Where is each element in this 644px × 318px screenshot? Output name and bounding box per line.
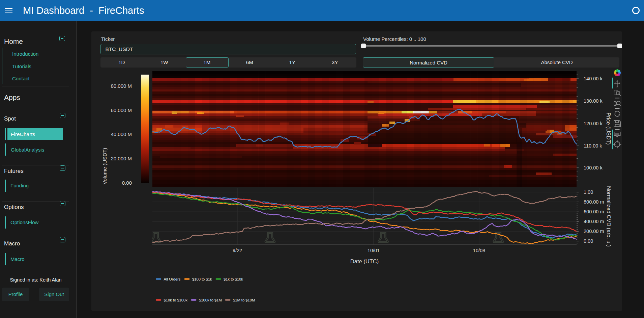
svg-text:20.000 M: 20.000 M	[111, 156, 132, 161]
svg-text:Price (USDT): Price (USDT)	[606, 112, 611, 144]
svg-text:$100k to $1M: $100k to $1M	[199, 298, 222, 302]
svg-text:$100 to $1k: $100 to $1k	[192, 277, 212, 281]
svg-text:200.00 m: 200.00 m	[584, 229, 604, 234]
svg-text:80.000 M: 80.000 M	[111, 83, 132, 89]
svg-text:$1k to $10k: $1k to $10k	[224, 277, 243, 281]
svg-text:60.000 M: 60.000 M	[111, 107, 132, 113]
svg-text:Date (UTC): Date (UTC)	[350, 258, 379, 264]
svg-text:800.00 m: 800.00 m	[584, 199, 604, 205]
svg-text:Volume (USDT): Volume (USDT)	[102, 148, 108, 185]
svg-text:110.00 k: 110.00 k	[584, 143, 602, 149]
svg-text:140.00 k: 140.00 k	[584, 76, 603, 81]
svg-text:600.00 m: 600.00 m	[584, 209, 604, 214]
svg-text:120.00 k: 120.00 k	[584, 121, 603, 126]
svg-text:10/01: 10/01	[368, 248, 380, 253]
svg-text:0.00: 0.00	[584, 238, 593, 244]
svg-text:Normalized CVD (arb. u.): Normalized CVD (arb. u.)	[606, 186, 612, 247]
svg-text:130.00 k: 130.00 k	[584, 98, 603, 104]
svg-text:All Orders: All Orders	[164, 277, 181, 281]
svg-text:0.00: 0.00	[122, 180, 132, 186]
svg-text:9/22: 9/22	[233, 248, 242, 253]
svg-text:$10k to $100k: $10k to $100k	[164, 298, 188, 302]
svg-text:10/08: 10/08	[473, 248, 485, 253]
svg-text:1.00: 1.00	[584, 189, 593, 195]
svg-text:100.00 k: 100.00 k	[584, 165, 603, 170]
svg-text:40.000 M: 40.000 M	[111, 131, 132, 137]
svg-text:400.00 m: 400.00 m	[584, 219, 604, 224]
svg-text:$1M to $10M: $1M to $10M	[233, 298, 255, 302]
